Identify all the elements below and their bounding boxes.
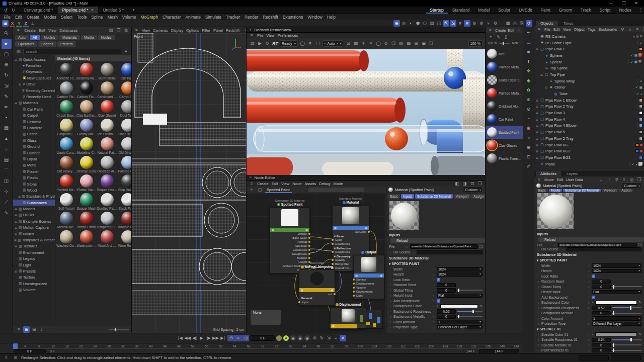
- asset-material-item[interactable]: Worn Rusti...: [117, 230, 131, 247]
- number-input[interactable]: 0: [592, 343, 611, 347]
- layout-panel-icon[interactable]: ❐: [115, 27, 122, 34]
- tree-item-textures[interactable]: ⊞▥Textures: [13, 243, 55, 249]
- asset-material-item[interactable]: Modeling C...: [76, 137, 97, 154]
- tree-expander-icon[interactable]: ⊟: [14, 58, 18, 61]
- port-dot-icon[interactable]: [332, 239, 334, 241]
- key-dot-icon[interactable]: ○: [587, 322, 590, 325]
- workplane-icon[interactable]: ◫: [436, 20, 442, 27]
- node-port-specular[interactable]: Specular: [270, 244, 309, 248]
- mirror-tool[interactable]: ◫: [2, 176, 12, 186]
- file-path-field[interactable]: assetdb:///Materials/Substances/Spotted …: [558, 243, 637, 247]
- filter-all[interactable]: All: [30, 35, 40, 40]
- layout-tab-track[interactable]: Track: [577, 7, 595, 14]
- material-manager-item-car-paint[interactable]: Car Paint: [486, 113, 523, 126]
- layer-dots-icon[interactable]: ⁚: [637, 124, 638, 128]
- region-icon[interactable]: ◯: [375, 40, 381, 47]
- tree-item-substances[interactable]: ▥Substances: [13, 200, 55, 206]
- maximize-button[interactable]: ❐: [620, 0, 627, 7]
- asset-material-item[interactable]: Glossy Mix...: [76, 119, 97, 136]
- node-port-normal[interactable]: Normal: [270, 240, 309, 244]
- next-key-button[interactable]: ▶▶: [212, 335, 219, 341]
- cube-primitive-icon[interactable]: ■: [524, 48, 533, 56]
- tile-icon[interactable]: ▦: [352, 40, 359, 47]
- material-tab[interactable]: Spotted Paint: [265, 187, 292, 193]
- tree-item-uncategorized[interactable]: ▥Uncategorized: [13, 281, 55, 287]
- coordinate-icon[interactable]: ⟂: [30, 20, 36, 27]
- dropdown-projection-type[interactable]: Different Per Layer▾: [437, 325, 482, 330]
- layer-color-swatch[interactable]: [639, 156, 642, 159]
- animate-dot-icon[interactable]: ○: [537, 291, 540, 294]
- tab-assign[interactable]: Assign: [471, 194, 485, 199]
- material-zoom-slider[interactable]: [499, 43, 510, 44]
- go-to-start-button[interactable]: |◀: [177, 335, 184, 341]
- eyedropper-icon[interactable]: ✎: [638, 332, 641, 336]
- layer-color-swatch[interactable]: [635, 149, 639, 153]
- tree-expander-icon[interactable]: ⊞: [14, 226, 18, 229]
- diagonal-icon[interactable]: ▨: [397, 40, 404, 47]
- key-dot-icon[interactable]: ○: [432, 289, 435, 292]
- tree-expander-icon[interactable]: ⊞: [14, 269, 18, 273]
- node-graph-canvas[interactable]: Substance 3D Material ✓ Spotted Paint ▦▣…: [247, 193, 386, 333]
- texture-tag-icon[interactable]: [638, 53, 642, 57]
- layer-dots-icon[interactable]: ⁚: [629, 162, 630, 166]
- key-dot-icon[interactable]: ○: [432, 310, 435, 313]
- animate-dot-icon[interactable]: ○: [389, 305, 392, 308]
- tab-layers[interactable]: Layers: [562, 171, 583, 176]
- object-expander-icon[interactable]: ⊞: [535, 105, 539, 108]
- lock-icon[interactable]: ⊡: [345, 40, 351, 47]
- tree-expander-icon[interactable]: ⊞: [14, 220, 18, 223]
- key-dot-icon[interactable]: ○: [432, 267, 435, 270]
- node-bump-map[interactable]: Bump Map Normal Jumpstep ▦▣ out General …: [299, 261, 335, 306]
- move-tool[interactable]: ⊕: [2, 60, 12, 70]
- asset-material-item[interactable]: Ship Hull P...: [117, 174, 131, 192]
- render-status-dropdown[interactable]: Ready ▾: [280, 40, 298, 47]
- rectangle-spline-icon[interactable]: ▭: [524, 38, 533, 47]
- layout-tab-nodes[interactable]: Nodes: [615, 7, 635, 14]
- port-dot-icon[interactable]: [368, 231, 370, 233]
- layer-dots-icon[interactable]: ⁚: [634, 92, 635, 96]
- menu-mesh[interactable]: Mesh: [105, 15, 120, 20]
- asset-material-item[interactable]: Acoustic Fo...: [56, 63, 76, 80]
- object-item-pipe-row-bg2[interactable]: ⊞▢Pipe Row BG2⁚: [534, 148, 644, 154]
- sound-icon[interactable]: ◁): [242, 335, 249, 341]
- port-dot-icon[interactable]: [308, 241, 310, 243]
- key-dot-icon[interactable]: ○: [432, 278, 435, 281]
- rectangle-selection-tool[interactable]: ▢: [2, 49, 12, 59]
- tree-item-metal[interactable]: ▥Metal: [13, 162, 55, 168]
- key-dot-icon[interactable]: ○: [432, 305, 435, 308]
- layout-tab-startup[interactable]: Startup: [426, 7, 447, 14]
- timeline-playhead[interactable]: [13, 343, 18, 349]
- sync-icon[interactable]: ⟳: [526, 20, 532, 27]
- renderview-zoom-field[interactable]: 100 %: [468, 40, 482, 47]
- port-dot-icon[interactable]: [332, 243, 334, 245]
- object-item-rs-dome-light[interactable]: ☀RS Dome Light⁚✓: [534, 40, 644, 46]
- layer-dots-icon[interactable]: ⁚: [628, 53, 629, 57]
- number-input[interactable]: 0: [437, 315, 456, 319]
- tree-item-standard-physical[interactable]: ⊞▥Standard & Physical: [13, 194, 55, 200]
- go-to-end-button[interactable]: ▶|: [219, 335, 226, 341]
- magnet-tool[interactable]: ⌒: [2, 165, 12, 175]
- layer-dots-icon[interactable]: ⁚: [637, 41, 638, 45]
- layer-dots-icon[interactable]: ⁚: [637, 79, 638, 83]
- fracture-object-icon[interactable]: ✿: [524, 86, 533, 95]
- asset-material-item[interactable]: Sequin Hea...: [97, 174, 117, 192]
- node-port-glossiness[interactable]: Glossiness: [270, 248, 309, 252]
- record-button[interactable]: [276, 335, 282, 341]
- filter-icon[interactable]: ≡: [634, 26, 641, 33]
- key-dot-icon[interactable]: ○: [432, 299, 435, 302]
- material-manager-item-painted-meta[interactable]: Painted Meta...: [486, 60, 523, 73]
- menu-tools[interactable]: Tools: [75, 15, 89, 20]
- sort-icon[interactable]: ↓: [38, 326, 45, 333]
- asset-material-item[interactable]: Carbon Fib...: [76, 81, 97, 99]
- layer-color-swatch[interactable]: [639, 118, 642, 121]
- axis-lock-y[interactable]: Y: [16, 21, 22, 27]
- enabled-check-icon[interactable]: ✓: [635, 85, 638, 89]
- object-expander-icon[interactable]: ⊞: [535, 130, 539, 134]
- number-input[interactable]: 0: [592, 285, 611, 289]
- dropdown-width[interactable]: 1024▾: [592, 263, 641, 268]
- tree-expander-icon[interactable]: ⊞: [18, 82, 22, 86]
- layer-color-swatch[interactable]: [639, 130, 642, 134]
- tree-item-concrete[interactable]: ▥Concrete: [13, 125, 55, 131]
- redo-icon[interactable]: ↻: [10, 7, 17, 14]
- tree-item-hdris[interactable]: ⊞▥HDRIs: [13, 212, 55, 218]
